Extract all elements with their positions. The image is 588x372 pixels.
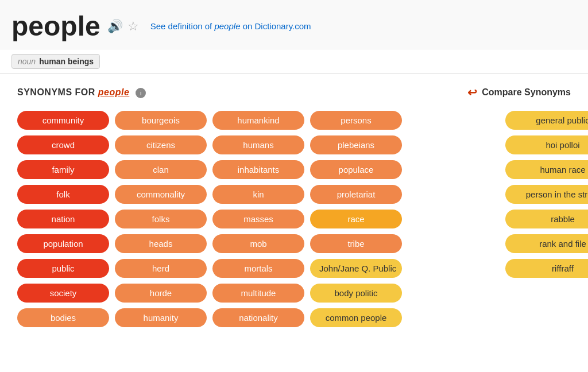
- synonym-tag[interactable]: multitude: [212, 284, 304, 303]
- synonyms-title-group: SYNONYMS FOR people i: [17, 87, 146, 98]
- synonyms-col-4: personsplebeianspopulaceproletariatracet…: [310, 111, 402, 327]
- dict-link-prefix: See definition of: [150, 21, 215, 31]
- synonym-tag[interactable]: person in the street: [505, 185, 588, 204]
- main-word: people: [11, 10, 100, 42]
- synonym-tag[interactable]: general public: [505, 111, 588, 130]
- compare-icon: ↩: [467, 86, 477, 99]
- synonym-tag[interactable]: crowd: [17, 135, 109, 154]
- synonym-tag[interactable]: community: [17, 111, 109, 130]
- synonym-tag[interactable]: race: [310, 210, 402, 228]
- synonym-tag[interactable]: riffraff: [505, 259, 588, 278]
- synonym-tag[interactable]: bourgeois: [115, 111, 207, 130]
- synonym-tag[interactable]: rank and file: [505, 234, 588, 253]
- compare-synonyms-button[interactable]: ↩ Compare Synonyms: [467, 86, 571, 99]
- synonym-tag[interactable]: humankind: [212, 111, 304, 130]
- pos-tag: nounhuman beings: [11, 54, 100, 69]
- synonym-tag[interactable]: masses: [212, 210, 304, 228]
- synonyms-col-1: communitycrowdfamilyfolknationpopulation…: [17, 111, 109, 327]
- synonym-tag[interactable]: rabble: [505, 210, 588, 228]
- pos-bar: nounhuman beings: [0, 49, 588, 74]
- speaker-icon[interactable]: 🔊: [107, 19, 123, 34]
- synonym-tag[interactable]: clan: [115, 160, 207, 179]
- synonyms-col-3: humankindhumansinhabitantskinmassesmobmo…: [212, 111, 304, 327]
- star-icon[interactable]: ☆: [127, 19, 139, 34]
- synonym-tag[interactable]: public: [17, 259, 109, 278]
- synonym-tag[interactable]: body politic: [310, 284, 402, 303]
- synonym-tag[interactable]: humans: [212, 135, 304, 154]
- synonym-tag[interactable]: family: [17, 160, 109, 179]
- synonyms-title: SYNONYMS FOR people: [17, 87, 132, 97]
- synonym-tag[interactable]: nation: [17, 210, 109, 228]
- synonym-tag[interactable]: human race: [505, 160, 588, 179]
- synonym-tag[interactable]: humanity: [115, 308, 207, 327]
- synonym-tag[interactable]: heads: [115, 234, 207, 253]
- synonyms-grid: communitycrowdfamilyfolknationpopulation…: [17, 111, 571, 327]
- synonyms-header: SYNONYMS FOR people i ↩ Compare Synonyms: [17, 86, 571, 99]
- synonym-tag[interactable]: mob: [212, 234, 304, 253]
- synonym-tag[interactable]: persons: [310, 111, 402, 130]
- synonyms-word[interactable]: people: [98, 87, 130, 97]
- synonyms-prefix: SYNONYMS FOR: [17, 87, 95, 97]
- main-content: SYNONYMS FOR people i ↩ Compare Synonyms…: [0, 74, 588, 339]
- info-icon[interactable]: i: [136, 88, 146, 98]
- synonym-tag[interactable]: inhabitants: [212, 160, 304, 179]
- synonym-tag[interactable]: tribe: [310, 234, 402, 253]
- synonym-tag[interactable]: folk: [17, 185, 109, 204]
- compare-label: Compare Synonyms: [482, 87, 571, 98]
- dict-link-word: people: [214, 21, 240, 31]
- synonym-tag[interactable]: commonality: [115, 185, 207, 204]
- synonym-tag[interactable]: populace: [310, 160, 402, 179]
- page-header: people 🔊 ☆ See definition of people on D…: [0, 0, 588, 49]
- synonym-tag[interactable]: society: [17, 284, 109, 303]
- synonym-tag[interactable]: population: [17, 234, 109, 253]
- synonym-tag[interactable]: common people: [310, 308, 402, 327]
- synonyms-col-2: bourgeoiscitizensclancommonalityfolkshea…: [115, 111, 207, 327]
- synonym-tag[interactable]: hoi polloi: [505, 135, 588, 154]
- synonym-tag[interactable]: kin: [212, 185, 304, 204]
- synonym-tag[interactable]: citizens: [115, 135, 207, 154]
- synonym-tag[interactable]: nationality: [212, 308, 304, 327]
- synonym-tag[interactable]: horde: [115, 284, 207, 303]
- synonym-tag[interactable]: herd: [115, 259, 207, 278]
- part-of-speech: noun: [18, 57, 36, 66]
- definition: human beings: [39, 57, 94, 66]
- synonym-tag[interactable]: John/Jane Q. Public: [310, 259, 402, 278]
- dictionary-link[interactable]: See definition of people on Dictionary.c…: [150, 21, 311, 31]
- synonym-tag[interactable]: bodies: [17, 308, 109, 327]
- dict-link-suffix: on Dictionary.com: [240, 21, 311, 31]
- synonym-tag[interactable]: proletariat: [310, 185, 402, 204]
- synonyms-col-6: general publichoi polloihuman raceperson…: [505, 111, 588, 278]
- synonym-tag[interactable]: mortals: [212, 259, 304, 278]
- synonym-tag[interactable]: folks: [115, 210, 207, 228]
- synonym-tag[interactable]: plebeians: [310, 135, 402, 154]
